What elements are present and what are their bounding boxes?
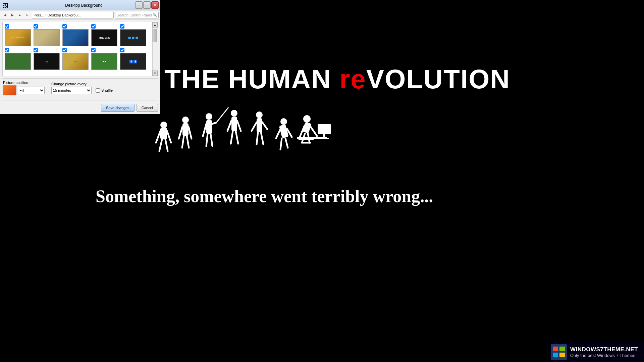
change-picture-group: Change picture every: 1 minute 2 minutes… bbox=[51, 82, 113, 94]
picture-position-row: Picture position: Fill Fit Stretch Tile … bbox=[3, 81, 157, 95]
desktop-subtext: Something, somewhere went terribly wrong… bbox=[96, 186, 433, 206]
svg-line-36 bbox=[285, 138, 288, 148]
thumbnail-image-7[interactable]: |||| bbox=[34, 53, 60, 70]
breadcrumb[interactable]: Pers... › Desktop Backgrou... bbox=[32, 12, 114, 18]
shuffle-checkbox[interactable] bbox=[96, 88, 100, 93]
buttons-row: Save changes Cancel bbox=[0, 102, 160, 114]
svg-line-3 bbox=[167, 131, 171, 143]
svg-line-11 bbox=[187, 136, 189, 148]
thumbnail-checkbox-8[interactable] bbox=[62, 48, 67, 52]
close-button[interactable]: ✕ bbox=[151, 1, 159, 9]
thumbnail-image-9[interactable]: ▶■ bbox=[91, 53, 117, 70]
titlebar: 🖼 Desktop Background ─ □ ✕ bbox=[0, 0, 160, 10]
thumbnail-item-2 bbox=[34, 24, 61, 46]
thumbnail-scroll-area[interactable]: ⚠ CAUTION bbox=[3, 22, 158, 76]
svg-rect-26 bbox=[257, 118, 262, 132]
svg-line-24 bbox=[236, 131, 238, 144]
svg-line-15 bbox=[212, 123, 216, 124]
scroll-down-button[interactable]: ▼ bbox=[152, 71, 158, 76]
svg-line-2 bbox=[156, 131, 160, 143]
refresh-button[interactable]: ↻ bbox=[24, 12, 31, 18]
change-picture-label: Change picture every: bbox=[51, 82, 113, 86]
thumbnail-checkbox-10[interactable] bbox=[120, 48, 124, 52]
thumbnail-image-4[interactable]: THE END bbox=[91, 29, 117, 46]
forward-button[interactable]: ▶ bbox=[9, 12, 16, 18]
thumbnail-image-6[interactable] bbox=[5, 53, 31, 70]
thumbnail-checkbox-4[interactable] bbox=[91, 24, 96, 29]
maximize-button[interactable]: □ bbox=[143, 1, 151, 9]
thumbnail-grid-row2: |||| ~~~ ▶■ bbox=[3, 48, 158, 72]
headline-part1: THE HUMAN bbox=[164, 64, 339, 94]
svg-point-25 bbox=[256, 111, 263, 118]
svg-rect-13 bbox=[206, 120, 212, 134]
minimize-button[interactable]: ─ bbox=[135, 1, 143, 9]
scrollbar-track[interactable]: ▲ ▼ bbox=[152, 22, 158, 76]
picture-position-group: Picture position: Fill Fit Stretch Tile … bbox=[3, 81, 45, 95]
svg-rect-20 bbox=[231, 117, 237, 131]
svg-point-37 bbox=[303, 115, 311, 123]
thumbnail-image-5[interactable]: ●●● bbox=[120, 29, 146, 46]
change-picture-select[interactable]: 1 minute 2 minutes 5 minutes 10 minutes … bbox=[51, 87, 92, 94]
win7-brand-title: WINDOWS7THEME.NET bbox=[570, 346, 638, 353]
save-changes-button[interactable]: Save changes bbox=[101, 104, 135, 112]
win7-brand-subtitle: Only the best Windows 7 Themes bbox=[570, 353, 638, 358]
svg-rect-32 bbox=[279, 124, 289, 138]
thumbnail-image-3[interactable] bbox=[62, 29, 89, 46]
svg-rect-1 bbox=[160, 128, 167, 139]
evolution-illustration bbox=[154, 107, 335, 168]
picture-position-select[interactable]: Fill Fit Stretch Tile Center bbox=[18, 87, 45, 94]
thumbnail-grid-row1: ⚠ CAUTION bbox=[3, 22, 158, 48]
thumbnail-area: ⚠ CAUTION bbox=[2, 22, 158, 76]
bottom-controls: Picture position: Fill Fit Stretch Tile … bbox=[0, 79, 160, 100]
desktop-headline: THE HUMAN reVOLUTION bbox=[164, 64, 510, 95]
search-placeholder: Search Control Panel bbox=[117, 13, 152, 17]
svg-rect-49 bbox=[551, 344, 567, 360]
shuffle-label: Shuffle bbox=[101, 88, 113, 92]
search-icon: 🔍 bbox=[153, 13, 157, 17]
svg-point-6 bbox=[182, 117, 189, 123]
svg-rect-52 bbox=[553, 353, 558, 357]
svg-line-40 bbox=[310, 126, 317, 136]
svg-line-33 bbox=[276, 129, 280, 138]
cancel-button[interactable]: Cancel bbox=[137, 104, 158, 112]
thumbnail-checkbox-2[interactable] bbox=[34, 24, 38, 29]
thumbnail-checkbox-1[interactable] bbox=[5, 24, 9, 29]
thumbnail-image-2[interactable] bbox=[34, 29, 60, 46]
svg-rect-51 bbox=[559, 347, 565, 351]
thumbnail-checkbox-3[interactable] bbox=[62, 24, 67, 29]
svg-line-8 bbox=[179, 127, 182, 139]
thumbnail-checkbox-7[interactable] bbox=[34, 48, 38, 52]
back-button[interactable]: ◀ bbox=[2, 12, 8, 18]
win7-brand-text: WINDOWS7THEME.NET Only the best Windows … bbox=[570, 346, 638, 358]
svg-line-9 bbox=[189, 127, 192, 139]
svg-line-4 bbox=[159, 139, 162, 151]
scroll-thumb[interactable] bbox=[153, 29, 157, 42]
dialog-icon: 🖼 bbox=[3, 3, 8, 8]
thumbnail-item-6 bbox=[5, 48, 32, 70]
svg-rect-50 bbox=[553, 347, 558, 351]
svg-rect-47 bbox=[320, 138, 329, 139]
svg-line-35 bbox=[280, 138, 282, 149]
svg-line-10 bbox=[182, 136, 184, 148]
thumbnail-image-10[interactable]: 🚹🚺 bbox=[120, 53, 146, 70]
thumbnail-image-8[interactable]: ~~~ bbox=[62, 53, 89, 70]
thumbnail-image-1[interactable]: ⚠ CAUTION bbox=[5, 29, 31, 46]
search-bar[interactable]: Search Control Panel 🔍 bbox=[115, 12, 159, 18]
thumbnail-checkbox-5[interactable] bbox=[120, 24, 124, 29]
svg-line-14 bbox=[203, 124, 206, 136]
svg-line-16 bbox=[216, 107, 230, 123]
svg-rect-53 bbox=[559, 353, 565, 357]
svg-point-0 bbox=[160, 122, 167, 128]
thumbnail-item-7: |||| bbox=[34, 48, 61, 70]
picture-position-preview bbox=[3, 85, 16, 95]
navigation-bar: ◀ ▶ ▲ ↻ Pers... › Desktop Backgrou... Se… bbox=[0, 10, 160, 20]
up-button[interactable]: ▲ bbox=[16, 12, 23, 18]
svg-line-5 bbox=[165, 139, 168, 151]
thumbnail-item-1: ⚠ CAUTION bbox=[5, 24, 32, 46]
thumbnail-checkbox-6[interactable] bbox=[5, 48, 9, 52]
titlebar-controls: ─ □ ✕ bbox=[135, 1, 159, 9]
scroll-up-button[interactable]: ▲ bbox=[152, 22, 158, 28]
svg-point-31 bbox=[280, 118, 287, 125]
desktop: SOFTPEDIA THE HUMAN reVOLUTION bbox=[0, 0, 644, 362]
thumbnail-checkbox-9[interactable] bbox=[91, 48, 96, 52]
